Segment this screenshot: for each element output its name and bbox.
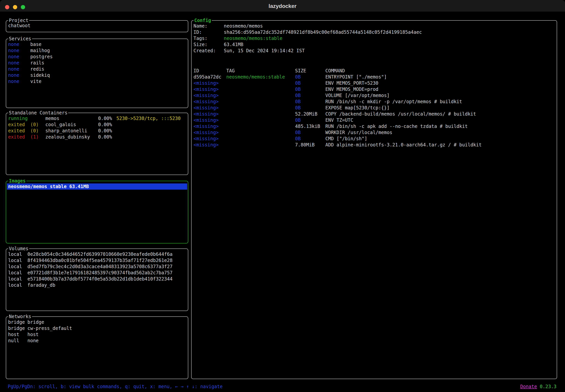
- layer-id: <missing>: [193, 117, 226, 123]
- layer-command: RUN /bin/sh -c apk add --no-cache tzdata…: [325, 123, 556, 129]
- service-status: none: [8, 60, 30, 66]
- containers-panel[interactable]: Standalone Containers runningmemos0.00%5…: [6, 113, 188, 175]
- volume-row[interactable]: localfaraday_db: [8, 282, 187, 288]
- layer-size: 0B: [295, 136, 325, 142]
- images-panel-title: Images: [8, 178, 27, 184]
- header-id: ID: [193, 68, 226, 74]
- container-row[interactable]: exited(1)zealous_dubinsky0.00%: [8, 134, 187, 140]
- layer-row: <missing>0BENV MEMOS_MODE=prod: [193, 86, 556, 92]
- service-row[interactable]: nonevite: [8, 78, 187, 84]
- network-row[interactable]: bridgecw-press_default: [8, 325, 187, 331]
- layer-row: <missing>0BEXPOSE map[5230/tcp:{}]: [193, 105, 556, 111]
- network-name: cw-press_default: [28, 325, 72, 331]
- layer-row: <missing>0BENV MEMOS_PORT=5230: [193, 80, 556, 86]
- service-name: rails: [30, 60, 44, 66]
- layer-id: d595aa72dc: [193, 74, 226, 80]
- config-panel[interactable]: Config Name:neosmemo/memos ID:sha256:d59…: [191, 20, 557, 379]
- volume-driver: local: [8, 251, 28, 257]
- container-exit-code: (1): [30, 134, 45, 140]
- volume-row[interactable]: locald5ed7fb79c3ec4c2d0d3a3cace4a0483139…: [8, 264, 187, 270]
- layer-size: 52.20MiB: [295, 111, 325, 117]
- service-row[interactable]: nonebase: [8, 41, 187, 47]
- network-row[interactable]: hosthost: [8, 331, 187, 338]
- layer-command: RUN /bin/sh -c mkdir -p /var/opt/memos #…: [325, 98, 556, 105]
- container-row[interactable]: exited(0)cool_galois0.00%: [8, 122, 187, 128]
- layer-row: <missing>0BVOLUME [/var/opt/memos]: [193, 92, 556, 98]
- containers-panel-title: Standalone Containers: [8, 110, 68, 116]
- layer-id: <missing>: [193, 129, 226, 136]
- volumes-panel[interactable]: Volumes local0e28cb054c0c346d4652fd63997…: [6, 249, 188, 311]
- layer-tag: [226, 117, 295, 123]
- config-field-key: Created:: [193, 48, 224, 54]
- layer-row: <missing>0BRUN /bin/sh -c mkdir -p /var/…: [193, 98, 556, 105]
- layer-size: 0B: [295, 80, 325, 86]
- project-panel[interactable]: Project chatwoot: [6, 20, 188, 32]
- project-name: chatwoot: [8, 23, 187, 29]
- config-field-key: Tags:: [193, 35, 224, 42]
- service-name: vite: [30, 78, 42, 84]
- layer-id: <missing>: [193, 136, 226, 142]
- layer-command: COPY /backend-build/memos /usr/local/mem…: [325, 111, 556, 117]
- layer-tag: [226, 86, 295, 92]
- layer-tag: [226, 123, 295, 129]
- service-name: base: [30, 41, 42, 47]
- networks-panel[interactable]: Networks bridgebridge bridgecw-press_def…: [6, 316, 188, 379]
- container-status: exited: [8, 122, 30, 128]
- config-panel-title: Config: [193, 17, 212, 24]
- layer-row: <missing>485.13kiBRUN /bin/sh -c apk add…: [193, 123, 556, 129]
- layer-row: <missing>0BENV TZ=UTC: [193, 117, 556, 123]
- volume-driver: local: [8, 270, 28, 276]
- service-status: none: [8, 47, 30, 54]
- container-row[interactable]: runningmemos0.00%5230->5230/tcp, :::5230: [8, 115, 187, 122]
- container-cpu: 0.00%: [98, 115, 117, 122]
- layer-id: <missing>: [193, 80, 226, 86]
- titlebar: lazydocker: [0, 0, 565, 12]
- container-row[interactable]: exited(0)sharp_antonelli0.00%: [8, 128, 187, 134]
- container-status: exited: [8, 134, 30, 140]
- config-field-value: Sun, 15 Dec 2024 19:14:42 IST: [224, 48, 305, 54]
- container-name: cool_galois: [45, 122, 98, 128]
- network-row[interactable]: nullnone: [8, 338, 187, 344]
- volume-name: faraday_db: [28, 282, 55, 288]
- service-row[interactable]: nonepostgres: [8, 54, 187, 60]
- donate-link[interactable]: Donate: [520, 384, 537, 389]
- volume-name: e07721d8f3b1e7e17916182485397c90374fbad5…: [28, 270, 172, 276]
- layer-id: <missing>: [193, 98, 226, 105]
- services-panel-title: Services: [8, 36, 32, 42]
- volume-row[interactable]: locale07721d8f3b1e7e17916182485397c90374…: [8, 270, 187, 276]
- service-row[interactable]: nonemailhog: [8, 47, 187, 54]
- layer-command: ENTRYPOINT ["./memos"]: [325, 74, 556, 80]
- volume-driver: local: [8, 264, 28, 270]
- services-panel[interactable]: Services nonebase nonemailhog nonepostgr…: [6, 39, 188, 108]
- layer-tag: neosmemo/memos:stable: [226, 74, 295, 80]
- layer-size: 7.80MiB: [295, 142, 325, 148]
- images-panel[interactable]: Images neosmemo/memosstable63.41MB: [6, 181, 188, 243]
- layer-command: EXPOSE map[5230/tcp:{}]: [325, 105, 556, 111]
- service-row[interactable]: nonesidekiq: [8, 72, 187, 78]
- service-row[interactable]: noneredis: [8, 66, 187, 72]
- layer-size: 485.13kiB: [295, 123, 325, 129]
- config-field: Created:Sun, 15 Dec 2024 19:14:42 IST: [193, 48, 556, 54]
- network-row[interactable]: bridgebridge: [8, 319, 187, 325]
- volumes-panel-title: Volumes: [8, 246, 29, 252]
- layer-size: 0B: [295, 86, 325, 92]
- window-title: lazydocker: [0, 3, 565, 9]
- layer-size: 0B: [295, 117, 325, 123]
- container-exit-code: (0): [30, 128, 45, 134]
- image-row[interactable]: neosmemo/memosstable63.41MB: [7, 183, 187, 190]
- layer-row: <missing>0BWORKDIR /usr/local/memos: [193, 129, 556, 136]
- image-tag: stable: [50, 183, 67, 190]
- volume-row[interactable]: locale5718400b3b7a37ddbf5774f0e5a53db22d…: [8, 276, 187, 282]
- config-field: Size:63.41MB: [193, 42, 556, 48]
- service-status: none: [8, 72, 30, 78]
- config-field: Name:neosmemo/memos: [193, 23, 556, 29]
- layer-command: ENV TZ=UTC: [325, 117, 556, 123]
- layer-command: VOLUME [/var/opt/memos]: [325, 92, 556, 98]
- volume-row[interactable]: local0e28cb054c0c346d4652fd63997010660e9…: [8, 251, 187, 257]
- layer-row: <missing>0BCMD ["/bin/sh"]: [193, 136, 556, 142]
- service-row[interactable]: nonerails: [8, 60, 187, 66]
- volume-row[interactable]: local8f4194463dba0c01bfe504f5ea4579137b3…: [8, 257, 187, 264]
- layer-id: <missing>: [193, 142, 226, 148]
- network-driver: host: [8, 331, 28, 338]
- layer-tag: [226, 98, 295, 105]
